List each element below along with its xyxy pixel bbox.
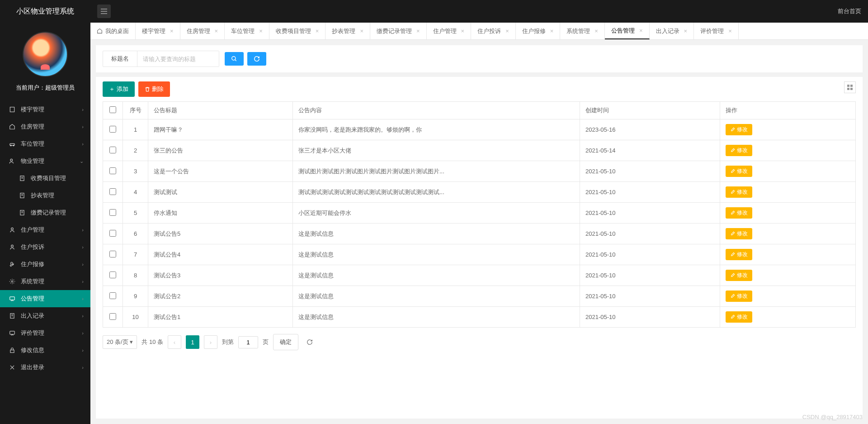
cell-op: 修改	[720, 203, 856, 224]
sidebar-item-1[interactable]: 住房管理›	[0, 118, 90, 135]
sidebar-item-15[interactable]: 退出登录›	[0, 359, 90, 376]
menu-toggle-button[interactable]	[97, 5, 111, 18]
reload-button[interactable]	[303, 335, 316, 349]
tab-5[interactable]: 抄表管理×	[326, 23, 370, 39]
tab-8[interactable]: 住户投诉×	[471, 23, 516, 39]
add-button[interactable]: ＋添加	[103, 81, 135, 97]
cell-title: 蹭网干嘛？	[148, 119, 293, 140]
edit-button[interactable]: 修改	[726, 124, 752, 135]
tab-close-icon[interactable]: ×	[505, 28, 509, 34]
edit-button[interactable]: 修改	[726, 311, 752, 323]
row-checkbox[interactable]	[109, 147, 116, 153]
edit-button[interactable]: 修改	[726, 291, 752, 302]
search-button[interactable]	[225, 52, 244, 66]
sidebar-item-7[interactable]: 住户管理›	[0, 221, 90, 238]
sidebar-item-2[interactable]: 车位管理›	[0, 135, 90, 152]
cell-content: 这是测试信息	[293, 244, 580, 265]
tab-3[interactable]: 车位管理×	[225, 23, 269, 39]
sidebar-item-4[interactable]: 收费项目管理	[0, 170, 90, 187]
svg-point-20	[11, 281, 13, 282]
page-1-button[interactable]: 1	[186, 335, 199, 349]
row-checkbox[interactable]	[109, 313, 116, 320]
row-checkbox[interactable]	[109, 251, 116, 257]
row-checkbox[interactable]	[109, 167, 116, 174]
edit-button[interactable]: 修改	[726, 249, 752, 260]
gear-icon	[8, 278, 16, 285]
cell-content: 小区近期可能会停水	[293, 203, 580, 224]
tab-close-icon[interactable]: ×	[594, 28, 598, 34]
table-row: 4 测试测试 测试测试测试测试测试测试测试测试测试测试测试测试... 2021-…	[103, 182, 856, 203]
tab-close-icon[interactable]: ×	[316, 28, 319, 34]
tab-11[interactable]: 公告管理×	[605, 23, 650, 39]
tab-close-icon[interactable]: ×	[684, 28, 688, 34]
tab-close-icon[interactable]: ×	[728, 28, 732, 34]
next-page-button[interactable]: ›	[204, 335, 217, 349]
goto-confirm-button[interactable]: 确定	[273, 334, 298, 350]
sidebar-item-label: 住户投诉	[21, 243, 44, 251]
refresh-button[interactable]	[247, 52, 266, 66]
delete-button[interactable]: 删除	[138, 81, 170, 97]
tab-9[interactable]: 住户报修×	[516, 23, 561, 39]
page-size-select[interactable]: 20 条/页 ▾	[103, 335, 137, 349]
tab-close-icon[interactable]: ×	[639, 27, 643, 34]
cell-op: 修改	[720, 224, 856, 244]
cell-time: 2021-05-10	[580, 161, 720, 182]
table-row: 2 张三的公告 张三才是本小区大佬 2021-05-14 修改	[103, 140, 856, 161]
tab-close-icon[interactable]: ×	[550, 28, 554, 34]
column-settings-button[interactable]	[844, 81, 856, 93]
cell-content: 张三才是本小区大佬	[293, 140, 580, 161]
sidebar-item-8[interactable]: 住户投诉›	[0, 238, 90, 256]
sidebar-item-11[interactable]: 公告管理›	[0, 290, 90, 307]
row-checkbox[interactable]	[109, 188, 116, 195]
tab-close-icon[interactable]: ×	[259, 28, 263, 34]
edit-button[interactable]: 修改	[726, 270, 752, 281]
cell-op: 修改	[720, 307, 856, 328]
doc-icon	[18, 175, 26, 181]
sidebar-item-13[interactable]: 评价管理›	[0, 324, 90, 342]
tab-7[interactable]: 住户管理×	[427, 23, 472, 39]
tab-close-icon[interactable]: ×	[170, 28, 174, 34]
tab-close-icon[interactable]: ×	[360, 28, 363, 34]
row-checkbox[interactable]	[109, 230, 116, 237]
chevron-right-icon: ›	[82, 124, 84, 129]
row-checkbox[interactable]	[109, 292, 116, 299]
frontend-link[interactable]: 前台首页	[838, 7, 861, 15]
edit-button[interactable]: 修改	[726, 228, 752, 239]
pagination: 20 条/页 ▾ 共 10 条 ‹ 1 › 到第 页 确定	[103, 328, 856, 350]
sidebar-item-9[interactable]: 住户报修›	[0, 256, 90, 273]
edit-button[interactable]: 修改	[726, 166, 752, 177]
row-checkbox[interactable]	[109, 126, 116, 133]
prev-page-button[interactable]: ‹	[168, 335, 181, 349]
tab-12[interactable]: 出入记录×	[650, 23, 694, 39]
tab-10[interactable]: 系统管理×	[560, 23, 605, 39]
sidebar-item-10[interactable]: 系统管理›	[0, 273, 90, 290]
sidebar-item-14[interactable]: 修改信息›	[0, 342, 90, 359]
select-all-checkbox[interactable]	[109, 106, 116, 113]
edit-button[interactable]: 修改	[726, 145, 752, 156]
sidebar-item-5[interactable]: 抄表管理	[0, 187, 90, 204]
row-checkbox[interactable]	[109, 209, 116, 216]
edit-button[interactable]: 修改	[726, 186, 752, 198]
car-icon	[8, 141, 16, 147]
sidebar-item-12[interactable]: 出入记录›	[0, 307, 90, 324]
search-input[interactable]	[137, 51, 219, 67]
sidebar-item-6[interactable]: 缴费记录管理	[0, 204, 90, 221]
sidebar-item-0[interactable]: 楼宇管理›	[0, 101, 90, 118]
main-area: 前台首页 我的桌面楼宇管理×住房管理×车位管理×收费项目管理×抄表管理×缴费记录…	[90, 0, 868, 424]
tab-close-icon[interactable]: ×	[461, 28, 465, 34]
tab-close-icon[interactable]: ×	[416, 28, 420, 34]
sidebar-item-3[interactable]: 物业管理⌄	[0, 152, 90, 170]
tab-close-icon[interactable]: ×	[215, 28, 218, 34]
row-checkbox[interactable]	[109, 272, 116, 278]
goto-input[interactable]	[238, 336, 258, 348]
tab-0[interactable]: 我的桌面	[90, 23, 136, 39]
tab-4[interactable]: 收费项目管理×	[269, 23, 326, 39]
tab-2[interactable]: 住房管理×	[180, 23, 225, 39]
tab-6[interactable]: 缴费记录管理×	[370, 23, 427, 39]
sidebar-item-label: 住房管理	[21, 123, 44, 131]
tab-1[interactable]: 楼宇管理×	[136, 23, 180, 39]
svg-point-8	[10, 159, 13, 161]
edit-button[interactable]: 修改	[726, 207, 752, 219]
tab-13[interactable]: 评价管理×	[694, 23, 739, 39]
person-icon	[8, 227, 16, 233]
